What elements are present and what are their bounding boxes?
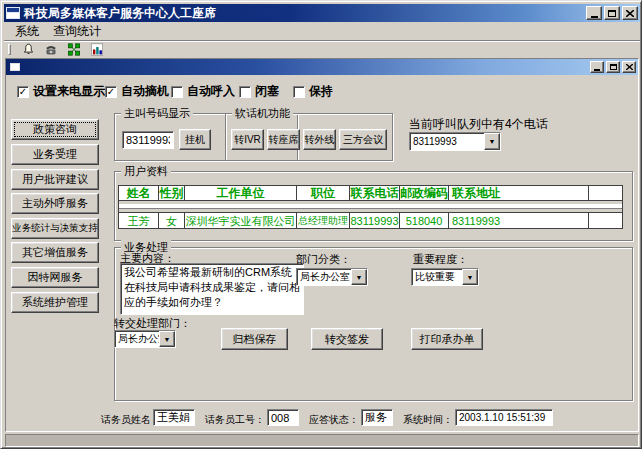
- checkbox-label: 自动呼入: [187, 83, 235, 100]
- cell-filler: [589, 212, 622, 228]
- table-row[interactable]: 王芳 女 深圳华宇实业有限公司 总经理助理 83119993 518040 83…: [119, 212, 622, 228]
- col-header-filler: [589, 186, 622, 201]
- dept-category-value: 局长办公室: [297, 270, 351, 284]
- checkbox-box: ✓: [105, 86, 117, 98]
- network-icon[interactable]: [65, 43, 83, 57]
- child-window-icon: [10, 63, 20, 71]
- hangup-button[interactable]: 挂机: [179, 129, 211, 150]
- bell-icon[interactable]: [19, 43, 37, 57]
- child-close-button[interactable]: [622, 61, 636, 73]
- col-header-phone: 联系电话: [350, 186, 400, 201]
- child-window-controls: [590, 61, 636, 73]
- phone-icon[interactable]: [42, 43, 60, 57]
- queue-label: 当前呼叫队列中有4个电话: [409, 116, 548, 133]
- importance-dropdown[interactable]: 比较重要 ▼: [411, 268, 479, 286]
- sidebar-item-business-accept[interactable]: 业务受理: [11, 144, 99, 165]
- conference-button[interactable]: 三方会议: [339, 129, 387, 150]
- transfer-dept-value: 局长办公室: [115, 332, 159, 346]
- sidebar-item-outbound-service[interactable]: 主动外呼服务: [11, 193, 99, 214]
- operator-id-input[interactable]: [267, 409, 299, 426]
- sidebar-item-system-maintenance[interactable]: 系统维护管理: [11, 292, 99, 313]
- titlebar[interactable]: 科技局多媒体客户服务中心人工座席: [4, 4, 640, 22]
- caller-number-group-title: 主叫号码显示: [121, 106, 193, 121]
- cell-workunit: 深圳华宇实业有限公司: [185, 212, 297, 228]
- col-header-workunit: 工作单位: [185, 186, 297, 201]
- checkbox-label: 闭塞: [255, 83, 279, 100]
- operator-id-label: 话务员工号：: [205, 413, 265, 427]
- checkbox-box: [171, 86, 183, 98]
- sidebar-item-internet-service[interactable]: 因特网服务: [11, 267, 99, 288]
- importance-label: 重要程度：: [413, 252, 468, 267]
- col-header-name: 姓名: [119, 186, 159, 201]
- checkbox-label: 自动摘机: [121, 83, 169, 100]
- minimize-icon: [594, 69, 600, 71]
- answer-status-label: 应答状态：: [309, 413, 359, 427]
- answer-status-input[interactable]: [361, 409, 393, 426]
- user-info-grid: 姓名 性别 工作单位 职位 联系电话 邮政编码 联系地址 王芳 女 深圳华宇实业…: [118, 185, 623, 229]
- chevron-down-icon[interactable]: ▼: [462, 269, 478, 285]
- checkbox-label: 保持: [309, 83, 333, 100]
- dept-category-dropdown[interactable]: 局长办公室 ▼: [296, 268, 368, 286]
- cell-postcode: 518040: [400, 212, 449, 228]
- transfer-dept-dropdown[interactable]: 局长办公室 ▼: [114, 330, 176, 348]
- softphone-group-title: 软话机功能: [232, 106, 293, 121]
- checkbox-block[interactable]: 闭塞: [239, 83, 279, 100]
- app-icon: [6, 7, 20, 19]
- cell-name: 王芳: [119, 212, 159, 228]
- chevron-down-icon[interactable]: ▼: [159, 331, 175, 347]
- transfer-outline-button[interactable]: 转外线: [303, 129, 336, 150]
- maximize-button[interactable]: [604, 6, 620, 20]
- child-maximize-button[interactable]: [606, 61, 620, 73]
- sidebar-item-user-feedback[interactable]: 用户批评建议: [11, 169, 99, 190]
- checkbox-auto-answer[interactable]: ✓ 自动摘机: [105, 83, 169, 100]
- toolbar: [4, 42, 640, 57]
- window-controls: [586, 6, 638, 20]
- user-info-group-title: 用户资料: [121, 164, 171, 179]
- cell-position: 总经理助理: [297, 212, 350, 228]
- cell-gender: 女: [159, 212, 185, 228]
- checkbox-caller-display[interactable]: ✓ 设置来电显示: [17, 83, 105, 100]
- importance-value: 比较重要: [412, 270, 462, 284]
- checkbox-box: ✓: [17, 86, 29, 98]
- archive-save-button[interactable]: 归档保存: [221, 328, 288, 350]
- chart-icon[interactable]: [88, 43, 106, 57]
- close-icon: [626, 10, 634, 17]
- chevron-down-icon[interactable]: ▼: [484, 133, 500, 150]
- chevron-down-icon[interactable]: ▼: [351, 269, 367, 285]
- transfer-agent-button[interactable]: 转座席: [267, 129, 300, 150]
- sidebar-item-policy-consult[interactable]: 政策咨询: [11, 119, 99, 140]
- close-icon: [626, 64, 633, 70]
- transfer-issue-button[interactable]: 转交签发: [311, 328, 383, 350]
- close-button[interactable]: [622, 6, 638, 20]
- col-header-gender: 性别: [159, 186, 185, 201]
- queue-dropdown[interactable]: 83119993 ▼: [409, 132, 501, 151]
- cell-address: 83119993: [449, 212, 589, 228]
- child-window-titlebar[interactable]: [6, 59, 638, 75]
- col-header-position: 职位: [297, 186, 350, 201]
- col-header-address: 联系地址: [449, 186, 589, 201]
- toolbar-grip[interactable]: [8, 44, 11, 55]
- menu-system[interactable]: 系统: [8, 22, 46, 41]
- maximize-icon: [610, 64, 617, 70]
- sidebar-item-value-added[interactable]: 其它增值服务: [11, 242, 99, 263]
- menu-query-stats[interactable]: 查询统计: [46, 22, 108, 41]
- checkbox-auto-callin[interactable]: 自动呼入: [171, 83, 235, 100]
- window-title: 科技局多媒体客户服务中心人工座席: [24, 5, 216, 22]
- child-minimize-button[interactable]: [590, 61, 604, 73]
- main-content-textarea[interactable]: 我公司希望将最新研制的CRM系统在科技局申请科技成果鉴定，请问相应的手续如何办理…: [120, 263, 304, 315]
- col-header-postcode: 邮政编码: [400, 186, 449, 201]
- checkbox-hold[interactable]: 保持: [293, 83, 333, 100]
- operator-name-input[interactable]: [153, 409, 195, 426]
- checkbox-box: [239, 86, 251, 98]
- system-time-label: 系统时间：: [403, 413, 453, 427]
- sidebar-item-stats-decision[interactable]: 业务统计与决策支持: [11, 218, 99, 239]
- transfer-ivr-button[interactable]: 转IVR: [231, 129, 264, 150]
- print-form-button[interactable]: 打印承办单: [411, 328, 483, 350]
- checkbox-label: 设置来电显示: [33, 83, 105, 100]
- grid-header-row: 姓名 性别 工作单位 职位 联系电话 邮政编码 联系地址: [119, 186, 622, 201]
- menubar: 系统 查询统计: [4, 22, 640, 40]
- caller-number-input[interactable]: [122, 131, 174, 149]
- minimize-button[interactable]: [586, 6, 602, 20]
- minimize-icon: [591, 16, 598, 18]
- system-time-input[interactable]: [455, 409, 553, 426]
